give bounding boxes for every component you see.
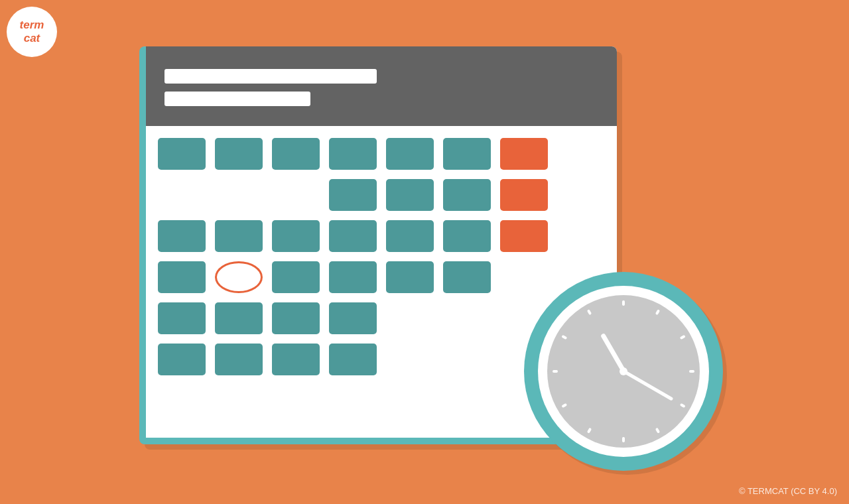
- cal-cell: [386, 179, 434, 211]
- tick-mark: [622, 437, 625, 442]
- cal-cell: [215, 344, 263, 375]
- clock: [524, 272, 723, 471]
- cal-cell-highlight: [500, 179, 548, 211]
- cal-cell: [386, 220, 434, 252]
- cal-cell: [272, 220, 320, 252]
- cal-cell: [329, 344, 377, 375]
- cal-cell: [158, 302, 206, 334]
- tick-mark: [561, 335, 567, 340]
- calendar-header: [146, 46, 617, 126]
- cal-cell: [215, 302, 263, 334]
- clock-inner-ring: [538, 286, 709, 457]
- cal-cell-circled: [215, 261, 263, 293]
- tick-mark: [689, 370, 694, 373]
- cal-cell: [158, 220, 206, 252]
- cal-cell-empty: [443, 302, 491, 334]
- cal-cell: [272, 261, 320, 293]
- logo-text-line2: cat: [24, 32, 40, 45]
- tick-mark: [553, 370, 558, 373]
- calendar-row-1: [158, 138, 601, 170]
- logo: term cat: [7, 7, 57, 57]
- clock-hour-hand: [600, 333, 625, 373]
- tick-mark: [587, 309, 592, 315]
- cal-cell-highlight: [500, 138, 548, 170]
- cal-cell-empty: [272, 179, 320, 211]
- cal-cell: [329, 302, 377, 334]
- main-scene: [139, 46, 710, 458]
- clock-outer-ring: [524, 272, 723, 471]
- tick-mark: [655, 428, 660, 434]
- cal-cell: [329, 220, 377, 252]
- clock-face: [547, 295, 700, 448]
- cal-cell: [329, 261, 377, 293]
- cal-cell: [215, 138, 263, 170]
- tick-mark: [622, 300, 625, 306]
- cal-cell: [386, 138, 434, 170]
- cal-cell: [272, 344, 320, 375]
- copyright-notice: © TERMCAT (CC BY 4.0): [739, 486, 837, 496]
- tick-mark: [680, 403, 686, 408]
- calendar-row-2: [158, 179, 601, 211]
- cal-cell: [443, 179, 491, 211]
- cal-cell-empty: [215, 179, 263, 211]
- cal-cell: [329, 138, 377, 170]
- cal-cell-empty: [386, 344, 434, 375]
- cal-cell: [215, 220, 263, 252]
- cal-cell: [272, 302, 320, 334]
- calendar-title-bar: [164, 69, 377, 84]
- calendar-row-3: [158, 220, 601, 252]
- cal-cell-empty: [158, 179, 206, 211]
- cal-cell: [443, 261, 491, 293]
- tick-mark: [587, 428, 592, 434]
- clock-center-dot: [620, 367, 627, 375]
- cal-cell: [443, 138, 491, 170]
- cal-cell: [443, 220, 491, 252]
- calendar-subtitle-bar: [164, 92, 310, 106]
- cal-cell: [272, 138, 320, 170]
- cal-cell-empty: [386, 302, 434, 334]
- logo-text: term: [20, 19, 44, 32]
- cal-cell: [158, 261, 206, 293]
- cal-cell: [158, 138, 206, 170]
- cal-cell: [386, 261, 434, 293]
- cal-cell: [329, 179, 377, 211]
- tick-mark: [680, 335, 686, 340]
- cal-cell-empty: [443, 344, 491, 375]
- cal-cell-highlight: [500, 220, 548, 252]
- tick-mark: [655, 309, 660, 315]
- tick-mark: [561, 403, 567, 408]
- clock-minute-hand: [623, 370, 673, 401]
- cal-cell: [158, 344, 206, 375]
